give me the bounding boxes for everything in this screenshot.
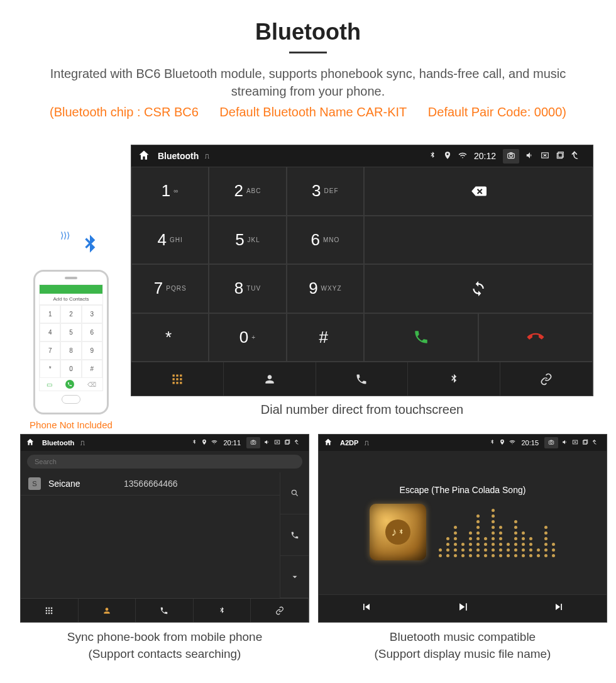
contact-name: Seicane: [48, 479, 124, 489]
location-icon: [443, 151, 452, 162]
statusbar-title: Bluetooth: [158, 151, 199, 161]
recent-apps-icon[interactable]: [582, 439, 588, 447]
home-icon[interactable]: [324, 438, 333, 448]
phone-voicemail-icon: ▭: [47, 381, 52, 388]
phone-key: 7: [40, 342, 60, 360]
tab-bluetooth[interactable]: [194, 599, 251, 622]
tab-dialpad[interactable]: [21, 599, 79, 622]
camera-icon[interactable]: [246, 437, 260, 448]
dial-key-9[interactable]: 9WXYZ: [287, 264, 364, 313]
dial-key-4[interactable]: 4GHI: [131, 216, 209, 265]
contact-row[interactable]: SSeicane13566664466: [21, 472, 280, 496]
dial-key-#[interactable]: #: [287, 313, 364, 362]
contacts-tabs: [21, 598, 309, 622]
back-icon[interactable]: [592, 438, 600, 447]
music-statusbar: A2DP ⎍ 20:15: [319, 435, 607, 451]
music-caption: Bluetooth music compatible (Support disp…: [318, 629, 607, 662]
empty-slot: [364, 216, 593, 265]
tab-contacts[interactable]: [79, 599, 136, 622]
dial-key-1[interactable]: 1∞: [131, 167, 209, 216]
end-call-button[interactable]: [478, 313, 593, 362]
wifi-icon: [211, 439, 217, 447]
sync-button[interactable]: [364, 264, 593, 313]
wifi-icon: [509, 439, 515, 447]
tab-bluetooth[interactable]: [408, 362, 500, 396]
camera-icon[interactable]: [544, 437, 558, 448]
dialer-keypad: 1∞2ABC3DEF4GHI5JKL6MNO7PQRS8TUV9WXYZ*0+#: [131, 167, 364, 362]
phone-key: 3: [82, 305, 102, 323]
side-call-button[interactable]: [280, 514, 309, 557]
dial-key-7[interactable]: 7PQRS: [131, 264, 209, 313]
contacts-caption: Sync phone-book from mobile phone (Suppo…: [20, 629, 309, 662]
smartphone-mock: Add to Contacts 123456789*0# ▭ ⌫: [33, 270, 109, 414]
add-to-contacts-label: Add to Contacts: [40, 294, 102, 305]
phone-illustration: ⟩⟩⟩ Add to Contacts 123456789*0# ▭ ⌫ Pho…: [24, 233, 118, 430]
back-icon[interactable]: [571, 149, 583, 164]
side-search-button[interactable]: [280, 472, 309, 514]
dial-key-3[interactable]: 3DEF: [287, 167, 364, 216]
location-icon: [201, 439, 207, 447]
home-icon[interactable]: [138, 149, 150, 164]
location-icon: [499, 439, 505, 447]
phone-key: 5: [60, 323, 81, 342]
contact-number: 13566664466: [124, 479, 178, 489]
phone-dialpad: 123456789*0#: [40, 305, 102, 378]
call-button[interactable]: [364, 313, 478, 362]
close-app-icon[interactable]: [541, 151, 549, 162]
bt-specs: (Bluetooth chip : CSR BC6 Default Blueto…: [0, 105, 616, 119]
phone-backspace-icon: ⌫: [87, 381, 96, 388]
next-track-button[interactable]: [553, 601, 565, 616]
phone-key: 9: [82, 342, 102, 360]
prev-track-button[interactable]: [360, 601, 373, 616]
contacts-statusbar: Bluetooth ⎍ 20:11: [21, 435, 309, 451]
play-pause-button[interactable]: [456, 601, 469, 616]
tab-pair[interactable]: [500, 362, 593, 396]
dial-key-8[interactable]: 8TUV: [209, 264, 286, 313]
usb-icon: ⎍: [205, 152, 209, 160]
side-download-button[interactable]: [280, 556, 309, 598]
music-note-icon: ♪: [385, 519, 410, 545]
tab-pair[interactable]: [251, 599, 309, 622]
track-title: Escape (The Pina Colada Song): [400, 485, 526, 495]
dial-key-5[interactable]: 5JKL: [209, 216, 286, 265]
statusbar-clock: 20:11: [223, 439, 241, 447]
back-icon[interactable]: [294, 438, 302, 447]
tab-call-log[interactable]: [136, 599, 194, 622]
dial-key-0[interactable]: 0+: [209, 313, 286, 362]
spec-chip: (Bluetooth chip : CSR BC6: [50, 105, 199, 119]
search-input[interactable]: [27, 455, 302, 469]
dialer-statusbar: Bluetooth ⎍ 20:12: [131, 145, 593, 167]
phone-call-icon: [65, 380, 74, 389]
contact-avatar: S: [28, 477, 41, 490]
statusbar-title: A2DP: [340, 439, 358, 447]
phone-key: #: [82, 360, 102, 378]
bluetooth-icon: [489, 439, 495, 447]
dial-key-6[interactable]: 6MNO: [287, 216, 364, 265]
dial-key-*[interactable]: *: [131, 313, 209, 362]
recent-apps-icon[interactable]: [556, 151, 564, 162]
dial-key-2[interactable]: 2ABC: [209, 167, 286, 216]
equalizer-visual: [439, 507, 556, 557]
page-title: Bluetooth: [0, 19, 616, 45]
volume-icon[interactable]: [525, 151, 534, 162]
backspace-button[interactable]: [364, 167, 593, 216]
tab-dialpad[interactable]: [131, 362, 224, 396]
contact-list: SSeicane13566664466: [21, 472, 280, 598]
volume-icon[interactable]: [562, 439, 568, 447]
page-description: Integrated with BC6 Bluetooth module, su…: [0, 65, 616, 100]
statusbar-clock: 20:12: [474, 151, 496, 161]
phone-key: 8: [60, 342, 81, 360]
volume-icon[interactable]: [264, 439, 270, 447]
close-app-icon[interactable]: [572, 439, 578, 447]
wifi-icon: [458, 151, 467, 162]
title-underline: [289, 52, 327, 53]
tab-contacts[interactable]: [224, 362, 316, 396]
bluetooth-broadcast-icon: ⟩⟩⟩: [43, 233, 137, 264]
dialer-screenshot: Bluetooth ⎍ 20:12 1∞2ABC3DEF4GHI5JKL6MNO…: [131, 145, 593, 396]
camera-icon[interactable]: [503, 149, 519, 164]
recent-apps-icon[interactable]: [284, 439, 290, 447]
close-app-icon[interactable]: [274, 439, 280, 447]
contacts-screenshot: Bluetooth ⎍ 20:11 SSeicane13566664466: [20, 434, 309, 623]
home-icon[interactable]: [26, 438, 35, 448]
tab-call-log[interactable]: [316, 362, 409, 396]
